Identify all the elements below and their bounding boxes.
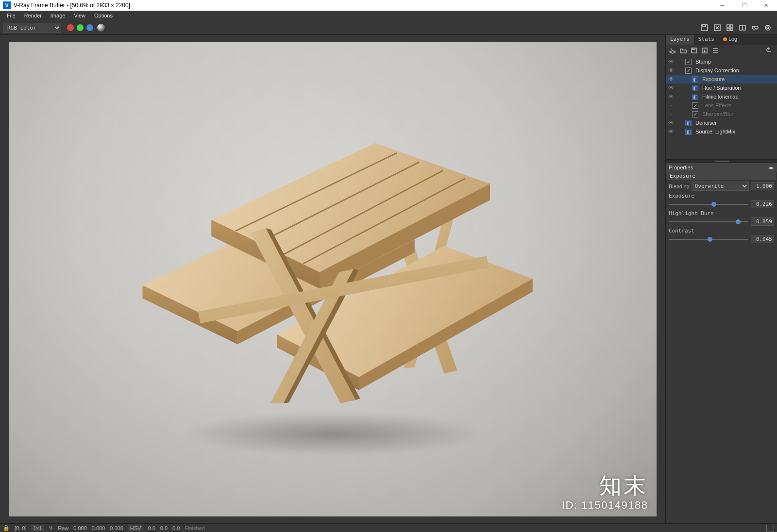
save-icon[interactable] <box>698 21 711 34</box>
side-tabs: Layers Stats Log <box>666 35 777 45</box>
eye-icon[interactable]: 👁 <box>668 76 675 83</box>
status-s: 0.0 <box>160 525 168 531</box>
blending-opacity-input[interactable] <box>751 182 774 190</box>
layer-type-icon: ✓ <box>685 67 692 74</box>
curve-icon[interactable]: ↯ <box>49 525 53 531</box>
log-dot-icon <box>723 37 727 41</box>
layer-row[interactable]: 👁✓Display Correction <box>666 66 777 75</box>
slider-value-input[interactable] <box>751 200 774 208</box>
layer-type-icon: ✓ <box>685 59 692 65</box>
tab-layers[interactable]: Layers <box>666 35 694 45</box>
compare-icon[interactable] <box>736 21 749 34</box>
slider-value-input[interactable] <box>751 217 774 226</box>
layer-type-icon: ✓ <box>692 111 698 117</box>
slider-thumb[interactable] <box>736 219 741 224</box>
maximize-button[interactable]: ☐ <box>733 0 755 11</box>
layer-row[interactable]: 👁◧Filmic tonemap <box>666 92 777 101</box>
save-layers-icon[interactable] <box>690 47 699 55</box>
layer-row[interactable]: 👁◧Exposure <box>666 75 777 83</box>
settings-icon[interactable] <box>761 21 774 34</box>
blending-mode-select[interactable]: Overwrite <box>692 182 749 191</box>
render-canvas[interactable]: 知末 ID: 1150149188 <box>2 37 663 521</box>
region-icon[interactable] <box>724 21 736 34</box>
layer-name: Denoiser <box>695 120 717 126</box>
panel-divider[interactable] <box>666 159 777 163</box>
layer-name: Display Correction <box>695 67 739 73</box>
minimize-button[interactable]: ─ <box>711 0 733 11</box>
slider-label: Exposure <box>669 193 774 199</box>
expand-status-icon[interactable] <box>766 525 774 532</box>
svg-rect-5 <box>727 28 729 31</box>
layer-row[interactable]: 👁◧Hue / Saturation <box>666 83 777 92</box>
eye-icon[interactable]: 👁 <box>668 128 675 135</box>
tab-stats[interactable]: Stats <box>694 35 719 45</box>
titlebar: V V-Ray Frame Buffer - [50.0% of 2933 x … <box>0 0 777 11</box>
slider-track[interactable] <box>669 221 748 222</box>
layer-row[interactable]: ·✓Lens Effects <box>666 101 777 110</box>
properties-header[interactable]: Properties◂▸ <box>666 163 777 172</box>
layer-row[interactable]: 👁◧Denoiser <box>666 118 777 127</box>
link-icon[interactable] <box>749 21 761 34</box>
svg-rect-6 <box>730 28 733 31</box>
blue-channel-dot[interactable] <box>86 24 93 31</box>
status-r: 0.000 <box>73 525 87 531</box>
eye-icon[interactable]: 👁 <box>668 84 675 91</box>
status-g: 0.000 <box>92 525 105 531</box>
expand-icon[interactable]: ◂▸ <box>768 165 774 171</box>
slider-thumb[interactable] <box>711 202 716 207</box>
eye-icon[interactable]: 👁 <box>668 58 675 65</box>
layer-name: Hue / Saturation <box>702 85 741 91</box>
slider-track[interactable] <box>669 239 748 240</box>
shadow <box>182 412 483 456</box>
eye-icon[interactable]: 👁 <box>668 67 675 74</box>
menu-view[interactable]: View <box>70 12 89 19</box>
menu-render[interactable]: Render <box>20 12 46 19</box>
menu-file[interactable]: File <box>3 12 19 19</box>
red-channel-dot[interactable] <box>67 24 74 31</box>
layer-row[interactable]: 👁◧Source: LightMix <box>666 127 777 136</box>
menu-image[interactable]: Image <box>47 12 69 19</box>
layer-type-icon: ◧ <box>692 76 698 83</box>
slider-value-input[interactable] <box>751 235 774 243</box>
layer-type-icon: ◧ <box>685 129 692 135</box>
status-v: 0.0 <box>172 525 180 531</box>
status-size[interactable]: 1x1 <box>31 525 44 532</box>
add-layer-icon[interactable] <box>669 47 677 55</box>
slider-thumb[interactable] <box>708 237 712 242</box>
tab-log[interactable]: Log <box>719 35 742 45</box>
layer-row[interactable]: ·✓Sharpen/Blur <box>666 110 777 118</box>
layer-name: Sharpen/Blur <box>702 111 733 117</box>
undo-icon[interactable] <box>765 47 774 55</box>
statusbar: 🔒 [0, 0] 1x1 ↯ Raw 0.000 0.000 0.000 HSV… <box>0 523 777 532</box>
folder-icon[interactable] <box>679 47 688 55</box>
status-coords: [0, 0] <box>15 525 26 531</box>
slider-label: Contrast <box>669 228 774 234</box>
green-channel-dot[interactable] <box>77 24 84 31</box>
slider-track[interactable] <box>669 204 748 205</box>
menu-options[interactable]: Options <box>90 12 117 19</box>
svg-point-10 <box>767 27 769 29</box>
layers-list: 👁✓Stamp👁✓Display Correction👁◧Exposure👁◧H… <box>666 57 777 159</box>
svg-rect-1 <box>703 25 706 27</box>
save-all-icon[interactable] <box>711 21 724 34</box>
status-b: 0.000 <box>110 525 123 531</box>
layer-type-icon: ◧ <box>692 85 698 91</box>
eye-icon[interactable]: · <box>668 102 675 109</box>
lock-icon[interactable]: 🔒 <box>3 525 10 531</box>
status-mode[interactable]: HSV <box>128 525 143 532</box>
load-layers-icon[interactable] <box>701 47 709 55</box>
alpha-sphere-icon[interactable] <box>97 24 105 32</box>
slider-label: Highlight Burn <box>669 210 774 216</box>
eye-icon[interactable]: · <box>668 111 675 117</box>
eye-icon[interactable]: 👁 <box>668 119 675 126</box>
eye-icon[interactable]: 👁 <box>668 93 675 100</box>
svg-rect-4 <box>730 25 733 27</box>
status-raw: Raw <box>58 525 68 531</box>
status-state: Finished <box>185 525 205 531</box>
close-button[interactable]: ✕ <box>755 0 777 11</box>
list-icon[interactable] <box>711 47 720 55</box>
watermark: 知末 ID: 1150149188 <box>562 471 648 512</box>
layer-row[interactable]: 👁✓Stamp <box>666 57 777 66</box>
channel-select[interactable]: RGB color <box>3 23 61 33</box>
window-title: V-Ray Frame Buffer - [50.0% of 2933 x 22… <box>14 2 711 9</box>
